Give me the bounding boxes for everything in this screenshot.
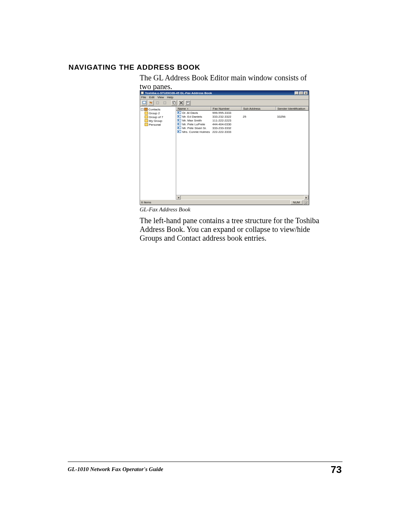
tree-item-label: Group 2 [149, 112, 160, 115]
table-row[interactable]: Mr. Ed Daniels 333-232-3322 25 33256 [176, 115, 309, 118]
tree-item[interactable]: My Group [145, 119, 175, 123]
folder-icon [145, 115, 148, 118]
toolbar-button-3[interactable] [155, 100, 161, 105]
folder-icon [145, 123, 148, 126]
svg-rect-4 [164, 102, 166, 104]
contact-card-icon [177, 111, 181, 114]
section-heading: Navigating the Address Book [68, 63, 201, 72]
svg-rect-0 [143, 101, 146, 104]
folder-icon [145, 112, 148, 115]
contact-card-icon [177, 126, 181, 129]
delete-button[interactable] [178, 100, 184, 105]
table-row[interactable]: Mr. Pete Siseri Sr. 333-233-3332 [176, 126, 309, 130]
tree-item[interactable]: Personal [145, 123, 175, 126]
maximize-button[interactable]: □ [299, 91, 303, 95]
toolbar-button-4[interactable] [162, 100, 167, 105]
menu-file[interactable]: File [141, 96, 146, 99]
contact-card-icon [177, 130, 181, 133]
figure-caption: GL-Fax Address Book [140, 206, 190, 213]
list-body[interactable]: Dr. Al Davis 999-555-3333 Mr. Ed Daniels… [176, 111, 309, 195]
contact-card-icon [177, 123, 181, 125]
sort-asc-icon: ▲ [186, 107, 189, 110]
window-titlebar[interactable]: Toshiba e-STUDIO28-45 GL-Fax Address Boo… [140, 91, 309, 95]
description-paragraph: The left-hand pane contains a tree struc… [140, 216, 326, 243]
table-row[interactable]: Mr. Pete LuPrete 444-404-0330 [176, 122, 309, 126]
footer-rule [68, 462, 342, 462]
svg-rect-6 [174, 102, 175, 104]
resize-grip-icon[interactable] [303, 200, 307, 204]
scroll-left-button[interactable]: ◄ [176, 195, 181, 200]
contact-card-icon [177, 119, 181, 121]
horizontal-scrollbar[interactable]: ◄ ► [176, 195, 309, 200]
collapse-icon[interactable]: − [141, 108, 143, 111]
tree-item[interactable]: Group of 7 [145, 115, 175, 119]
folder-icon [145, 119, 148, 122]
minimize-button[interactable]: _ [295, 91, 299, 95]
table-row[interactable]: Dr. Al Davis 999-555-3333 [176, 111, 309, 115]
properties-button[interactable] [185, 100, 191, 105]
tree-pane[interactable]: − Contacts Group 2 Group of 7 My G [140, 107, 176, 200]
column-fax[interactable]: Fax Number [211, 107, 242, 110]
contact-card-icon [177, 115, 181, 118]
column-sender-id[interactable]: Sender Identification [276, 107, 309, 110]
tree-root[interactable]: − Contacts [141, 107, 175, 111]
tree-item-label: Group of 7 [149, 115, 163, 119]
table-row[interactable]: Mrs. Connie Holmes 222-222-3333 [176, 130, 309, 134]
menu-help[interactable]: Help [167, 96, 173, 99]
tree-item[interactable]: Group 2 [145, 111, 175, 115]
address-book-screenshot: Toshiba e-STUDIO28-45 GL-Fax Address Boo… [140, 90, 309, 205]
svg-rect-3 [156, 102, 159, 104]
new-contact-button[interactable] [141, 100, 147, 105]
column-name[interactable]: Name▲ [176, 107, 211, 110]
new-group-button[interactable] [148, 100, 154, 105]
window-title: Toshiba e-STUDIO28-45 GL-Fax Address Boo… [145, 91, 295, 95]
application-window: Toshiba e-STUDIO28-45 GL-Fax Address Boo… [140, 90, 309, 205]
intro-paragraph: The GL Address Book Editor main window c… [140, 73, 319, 91]
status-item-count: 6 Items [141, 201, 151, 204]
scroll-track[interactable] [181, 195, 304, 200]
menu-view[interactable]: View [158, 96, 164, 99]
table-row[interactable]: Mr. Max Smith 111-222-2223 [176, 118, 309, 122]
list-header: Name▲ Fax Number Sub Address Sender Iden… [176, 107, 309, 111]
toolbar [140, 100, 309, 106]
column-sub-address[interactable]: Sub Address [242, 107, 276, 110]
tree-item-label: My Group [149, 119, 162, 123]
menu-bar: File Edit View Help [140, 95, 309, 100]
status-numlock: NUM [290, 200, 303, 204]
svg-point-2 [151, 102, 152, 104]
list-pane: Name▲ Fax Number Sub Address Sender Iden… [176, 107, 309, 200]
app-icon [141, 91, 144, 94]
scroll-right-button[interactable]: ► [304, 195, 309, 200]
close-button[interactable]: × [304, 91, 308, 95]
menu-edit[interactable]: Edit [149, 96, 155, 99]
toolbar-button-5[interactable] [171, 100, 177, 105]
contacts-icon [144, 108, 148, 111]
tree-item-label: Personal [149, 123, 161, 126]
tree-root-label: Contacts [148, 108, 161, 111]
footer-title: GL-1010 Network Fax Operator's Guide [68, 466, 163, 473]
page-number: 73 [331, 464, 342, 476]
status-bar: 6 Items NUM [140, 200, 309, 204]
